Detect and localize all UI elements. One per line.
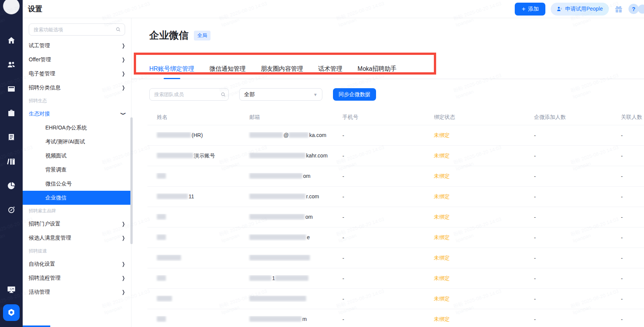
column-header: 关联人数 <box>613 114 644 121</box>
help-icon[interactable]: ? <box>629 4 639 14</box>
table-row[interactable]: om-未绑定-- <box>147 166 644 186</box>
name-cell: 演示账号 <box>147 153 242 159</box>
avatar[interactable] <box>3 0 20 14</box>
column-header: 姓名 <box>147 114 242 121</box>
sidebar-item-5[interactable]: 生态对接❯ <box>23 107 131 121</box>
sidebar-item-11[interactable]: 企业微信 <box>23 191 131 205</box>
redacted-text <box>157 132 191 138</box>
sidebar-item-10[interactable]: 微信公众号 <box>23 177 131 191</box>
monitor-pulse-icon[interactable] <box>6 285 16 294</box>
wecom-count-cell: - <box>526 214 613 220</box>
table-row[interactable]: -未绑定-- <box>147 288 644 309</box>
trial-people-button[interactable]: 申请试用People <box>551 3 609 16</box>
redacted-text <box>157 173 166 179</box>
sidebar-item-9[interactable]: 背景调查 <box>23 163 131 177</box>
library-icon[interactable] <box>6 157 16 167</box>
related-count-cell: - <box>613 194 644 200</box>
redacted-text <box>289 132 308 138</box>
sidebar-item-3[interactable]: 招聘分类信息❯ <box>23 81 131 95</box>
phone-cell: - <box>335 255 426 261</box>
chevron-right-icon: ❯ <box>122 71 125 77</box>
tab-1[interactable]: 微信通知管理 <box>209 59 246 79</box>
sidebar-search-input[interactable] <box>34 27 116 33</box>
name-cell <box>147 316 242 323</box>
related-count-cell: - <box>613 255 644 261</box>
phone-cell: - <box>335 153 426 159</box>
pie-chart-icon[interactable] <box>6 181 16 191</box>
home-icon[interactable] <box>6 36 16 45</box>
table-row[interactable]: 1-未绑定-- <box>147 268 644 288</box>
name-cell <box>147 275 242 282</box>
binding-status: 未绑定 <box>426 173 526 180</box>
table-row[interactable]: e-未绑定-- <box>147 227 644 248</box>
sidebar-item-8[interactable]: 视频面试 <box>23 149 131 163</box>
sidebar-item-18[interactable]: 活动管理❯ <box>23 285 131 299</box>
table-row[interactable]: (HR)@ka.com-未绑定-- <box>147 125 644 145</box>
binding-status: 未绑定 <box>426 296 526 302</box>
redacted-text <box>275 275 308 281</box>
redacted-text <box>249 132 283 138</box>
sidebar-item-7[interactable]: 考试/测评/AI面试 <box>23 135 131 149</box>
sidebar-item-6[interactable]: EHR/OA办公系统 <box>23 121 131 135</box>
tab-3[interactable]: 话术管理 <box>318 59 342 79</box>
redacted-text <box>249 214 305 220</box>
email-cell: kahr.com <box>242 153 335 159</box>
sidebar-item-16[interactable]: 自动化设置❯ <box>23 257 131 271</box>
users-icon[interactable] <box>6 60 16 70</box>
table-row[interactable]: om-未绑定-- <box>147 207 644 227</box>
redacted-text <box>249 255 310 260</box>
phone-cell: - <box>335 316 426 322</box>
compass-icon[interactable] <box>6 205 16 215</box>
sidebar-search[interactable] <box>29 23 125 36</box>
phone-cell: - <box>335 173 426 179</box>
document-icon[interactable] <box>6 132 16 142</box>
phone-cell: - <box>335 194 426 200</box>
chevron-right-icon: ❯ <box>122 85 125 91</box>
phone-cell: - <box>335 214 426 220</box>
sidebar-item-17[interactable]: 招聘流程管理❯ <box>23 271 131 285</box>
chevron-down-icon: ❯ <box>121 112 127 115</box>
sidebar-item-13[interactable]: 招聘门户设置❯ <box>23 217 131 231</box>
tab-bar: HR账号绑定管理微信通知管理朋友圈内容管理话术管理Moka招聘助手 <box>132 59 644 79</box>
briefcase-icon[interactable] <box>6 108 16 118</box>
trial-button-label: 申请试用People <box>565 6 603 12</box>
email-cell: r.com <box>242 193 335 200</box>
table-row[interactable]: -未绑定-- <box>147 248 644 268</box>
table-row[interactable]: m-未绑定-- <box>147 309 644 327</box>
redacted-text <box>157 193 188 199</box>
sidebar-item-1[interactable]: Offer管理❯ <box>23 53 131 67</box>
member-search[interactable] <box>149 88 229 101</box>
sync-wecom-button[interactable]: 同步企微数据 <box>333 88 376 101</box>
tab-0[interactable]: HR账号绑定管理 <box>149 59 194 79</box>
wecom-count-cell: - <box>526 235 613 241</box>
redacted-text <box>157 214 166 220</box>
sidebar-item-14[interactable]: 候选人满意度管理❯ <box>23 231 131 245</box>
redacted-text <box>157 234 166 240</box>
section-title: 企业微信 <box>149 29 189 42</box>
person-icon <box>557 6 562 12</box>
email-cell <box>242 255 335 262</box>
sidebar-item-0[interactable]: 试工管理❯ <box>23 39 131 53</box>
member-search-input[interactable] <box>154 92 221 97</box>
binding-status: 未绑定 <box>426 234 526 241</box>
calendar-icon[interactable] <box>6 84 16 94</box>
wecom-count-cell: - <box>526 316 613 322</box>
binding-status: 未绑定 <box>426 214 526 221</box>
status-filter-select[interactable]: 全部 ▼ <box>239 88 322 101</box>
global-badge: 全局 <box>194 31 211 40</box>
sidebar-scrollbar[interactable] <box>130 117 133 244</box>
table-row[interactable]: 演示账号kahr.com-未绑定-- <box>147 145 644 166</box>
tab-2[interactable]: 朋友圈内容管理 <box>261 59 303 79</box>
add-button[interactable]: + 添加 <box>515 3 545 16</box>
column-header: 手机号 <box>335 114 426 121</box>
gift-icon[interactable] <box>614 5 623 14</box>
tab-4[interactable]: Moka招聘助手 <box>358 59 396 79</box>
cell-text: r.com <box>306 193 319 199</box>
cell-text: e <box>307 234 310 240</box>
binding-status: 未绑定 <box>426 153 526 159</box>
moka-logo[interactable] <box>3 304 20 321</box>
table-row[interactable]: 11r.com-未绑定-- <box>147 186 644 207</box>
binding-status: 未绑定 <box>426 316 526 323</box>
email-cell: om <box>242 173 335 180</box>
sidebar-item-2[interactable]: 电子签管理❯ <box>23 67 131 81</box>
